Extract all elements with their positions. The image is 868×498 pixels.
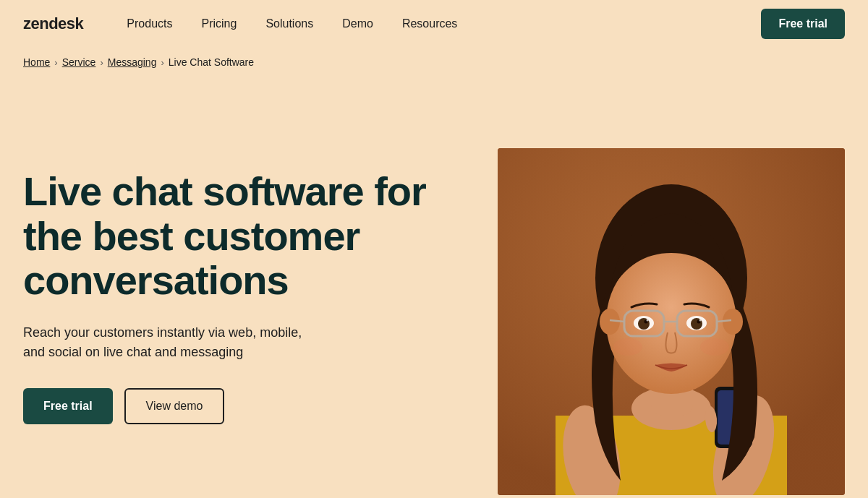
hero-left: Live chat software for the best customer… xyxy=(23,91,498,495)
nav-pricing[interactable]: Pricing xyxy=(201,17,237,30)
hero-image-area xyxy=(498,91,845,495)
hero-view-demo-button[interactable]: View demo xyxy=(124,388,225,424)
svg-point-31 xyxy=(699,319,702,322)
nav-solutions[interactable]: Solutions xyxy=(265,17,313,30)
breadcrumb: Home › Service › Messaging › Live Chat S… xyxy=(0,48,868,77)
svg-point-30 xyxy=(647,319,649,322)
breadcrumb-messaging[interactable]: Messaging xyxy=(108,56,157,68)
svg-point-33 xyxy=(700,338,729,356)
breadcrumb-separator-2: › xyxy=(100,57,103,68)
nav-products[interactable]: Products xyxy=(127,17,172,30)
nav-free-trial-button[interactable]: Free trial xyxy=(761,9,845,39)
breadcrumb-current: Live Chat Software xyxy=(169,56,254,68)
breadcrumb-separator-1: › xyxy=(54,57,57,68)
nav-links: Products Pricing Solutions Demo Resource… xyxy=(127,17,761,30)
svg-point-32 xyxy=(613,338,642,356)
nav-demo[interactable]: Demo xyxy=(342,17,373,30)
breadcrumb-service[interactable]: Service xyxy=(62,56,96,68)
breadcrumb-home[interactable]: Home xyxy=(23,56,50,68)
hero-free-trial-button[interactable]: Free trial xyxy=(23,388,113,424)
logo[interactable]: zendesk xyxy=(23,14,83,33)
navbar: zendesk Products Pricing Solutions Demo … xyxy=(0,0,868,48)
hero-image xyxy=(498,148,845,495)
hero-portrait-svg xyxy=(498,148,845,495)
main-content: Live chat software for the best customer… xyxy=(0,77,868,495)
hero-title: Live chat software for the best customer… xyxy=(23,169,469,303)
breadcrumb-separator-3: › xyxy=(161,57,163,68)
cta-buttons: Free trial View demo xyxy=(23,388,469,424)
hero-subtitle: Reach your customers instantly via web, … xyxy=(23,323,327,362)
nav-resources[interactable]: Resources xyxy=(402,17,457,30)
